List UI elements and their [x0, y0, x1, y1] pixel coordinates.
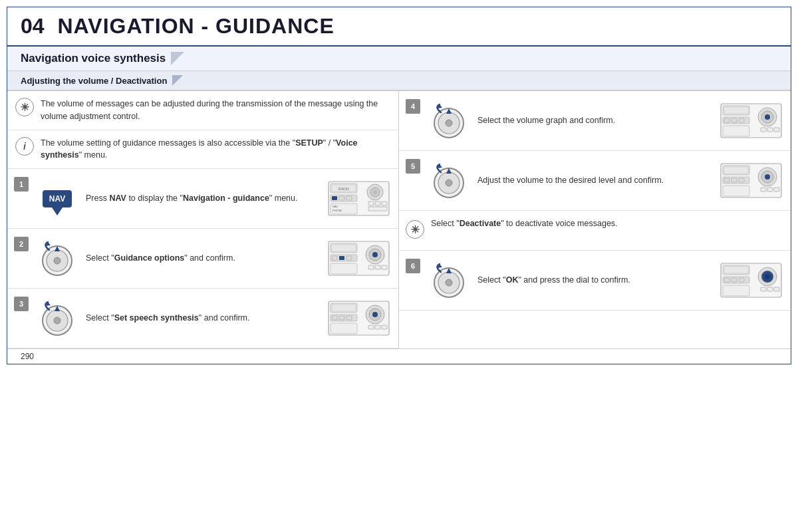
svg-rect-91: [761, 188, 766, 192]
info-text-i: The volume setting of guidance messages …: [41, 137, 390, 162]
radio-svg-3: [327, 300, 390, 336]
svg-rect-28: [339, 256, 344, 260]
svg-rect-7: [346, 196, 352, 200]
step-content-3: Select "Set speech synthesis" and confir…: [34, 297, 392, 340]
step-device-1: RADIO NAV PHONE: [325, 180, 392, 217]
step-row-1: 1 NAV Press NAV to display the "Navigati…: [7, 169, 398, 229]
subsection-title: Adjusting the volume / Adjusting the vol…: [21, 76, 167, 86]
subsection-heading: Adjusting the volume / Adjusting the vol…: [7, 71, 791, 90]
chapter-number: 04: [21, 14, 45, 39]
page-wrapper: 04 NAVIGATION - GUIDANCE Navigation voic…: [7, 7, 791, 364]
dial-svg-4: [428, 99, 471, 142]
svg-point-39: [54, 317, 61, 324]
svg-rect-17: [368, 207, 387, 211]
step-content-2: Select "Guidance options" and confirm.: [34, 237, 392, 280]
dial-svg-5: [428, 159, 471, 202]
svg-rect-47: [339, 316, 344, 320]
step-visual-3: [34, 297, 80, 340]
svg-rect-87: [723, 186, 749, 196]
svg-rect-14: [368, 201, 374, 205]
step-visual-1: NAV: [34, 190, 80, 207]
svg-point-13: [373, 190, 377, 194]
sun-icon: ☀: [15, 98, 34, 116]
radio-svg-6: [720, 262, 783, 299]
step-device-3: [325, 300, 392, 336]
svg-point-109: [765, 274, 770, 279]
step-content-1: NAV Press NAV to display the "Navigation…: [34, 180, 392, 217]
svg-point-20: [54, 257, 61, 264]
step-number-4: 4: [406, 99, 420, 114]
page-footer: 290: [7, 348, 791, 364]
step-number-1: 1: [14, 177, 29, 192]
svg-point-58: [446, 120, 452, 126]
svg-rect-104: [732, 278, 737, 282]
radio-svg-2: [327, 240, 390, 277]
svg-rect-68: [723, 126, 749, 136]
deactivate-text: Select "Deactivate" to deactivate voice …: [431, 217, 618, 230]
svg-text:PHONE: PHONE: [332, 209, 342, 212]
step-row-5: 5 Adjust the volume to the des: [399, 151, 791, 211]
svg-rect-103: [724, 278, 730, 282]
svg-rect-84: [724, 178, 730, 182]
dial-svg-2: [36, 237, 79, 280]
svg-point-77: [446, 180, 452, 186]
step-visual-2: [34, 237, 80, 280]
step-visual-4: [426, 99, 472, 142]
step-row-deactivate: ☀ Select "Deactivate" to deactivate voic…: [399, 211, 791, 251]
svg-rect-30: [331, 263, 357, 274]
page-number: 290: [21, 352, 34, 361]
step-row-3: 3 Select "Set speech synthesis: [7, 289, 398, 348]
svg-rect-25: [332, 245, 355, 251]
svg-point-90: [765, 174, 770, 180]
svg-rect-55: [382, 325, 387, 329]
svg-rect-66: [732, 118, 737, 122]
step-visual-5: [426, 159, 472, 202]
step-desc-6: Select "OK" and press the dial to confir…: [477, 274, 712, 287]
svg-point-52: [372, 312, 378, 317]
step-row-4: 4 Select the volume graph and: [399, 91, 791, 151]
step-content-5: Adjust the volume to the desired level a…: [426, 159, 784, 202]
step-desc-4: Select the volume graph and confirm.: [477, 114, 712, 127]
svg-point-33: [372, 252, 378, 257]
svg-rect-93: [774, 188, 779, 192]
svg-rect-110: [761, 287, 766, 291]
radio-svg-5: [720, 162, 783, 199]
step-desc-5: Adjust the volume to the desired level a…: [477, 174, 712, 187]
left-column: ☀ The volume of messages can be adjusted…: [7, 91, 399, 348]
step-device-6: [718, 262, 784, 299]
dial-svg-6: [428, 259, 471, 302]
svg-rect-65: [724, 118, 730, 122]
svg-rect-6: [339, 196, 344, 200]
step-row-6: 6 Select "OK" and press the di: [399, 251, 791, 311]
step-device-5: [718, 162, 784, 199]
svg-rect-111: [767, 287, 773, 291]
svg-rect-15: [375, 201, 380, 205]
svg-rect-49: [331, 323, 357, 334]
step-number-2: 2: [14, 237, 29, 251]
step-device-4: [718, 102, 784, 139]
step-row-2: 2: [7, 229, 398, 289]
svg-rect-48: [346, 316, 352, 320]
svg-rect-36: [382, 265, 387, 269]
svg-rect-27: [332, 256, 337, 260]
svg-rect-67: [739, 118, 744, 122]
section-heading: Navigation voice synthesis: [7, 47, 791, 71]
svg-text:RADIO: RADIO: [338, 187, 349, 191]
step-desc-1: Press NAV to display the "Navigation - g…: [86, 192, 320, 205]
step-number-3: 3: [14, 297, 29, 311]
svg-rect-53: [368, 325, 374, 329]
info-text-sun: The volume of messages can be adjusted d…: [41, 98, 390, 123]
svg-rect-63: [725, 108, 747, 113]
page-header: 04 NAVIGATION - GUIDANCE: [7, 7, 791, 47]
step-desc-3: Select "Set speech synthesis" and confir…: [86, 312, 320, 325]
svg-rect-73: [767, 128, 773, 132]
svg-rect-5: [332, 196, 337, 200]
info-icon-i: i: [15, 137, 34, 156]
sun-icon-right: ☀: [406, 220, 424, 239]
svg-rect-54: [375, 325, 380, 329]
step-content-6: Select "OK" and press the dial to confir…: [426, 259, 784, 302]
svg-rect-112: [774, 287, 779, 291]
step-number-5: 5: [406, 159, 420, 174]
svg-rect-44: [332, 305, 355, 311]
svg-rect-85: [732, 178, 737, 182]
